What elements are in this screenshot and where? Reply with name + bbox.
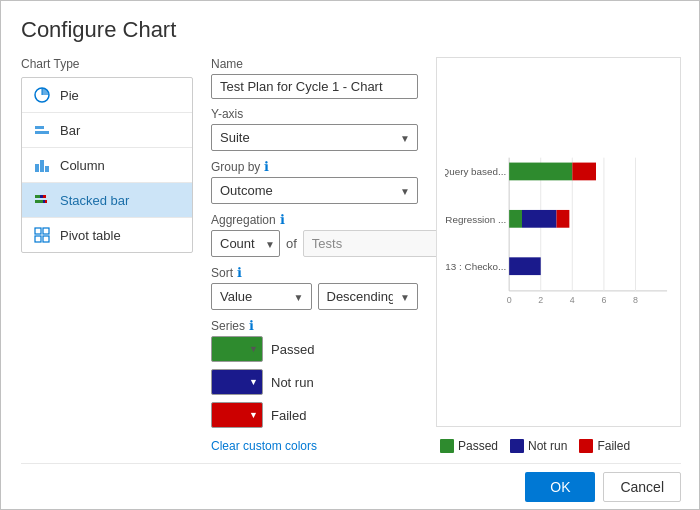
chart-type-pie[interactable]: Pie [22,78,192,113]
svg-text:6: 6 [601,295,606,305]
pivot-label: Pivot table [60,228,121,243]
sort-dir-wrapper: Descending ▼ [318,283,419,310]
pie-label: Pie [60,88,79,103]
sort-direction-select[interactable]: Descending [318,283,419,310]
legend-not-run: Not run [510,439,567,453]
svg-text:Query based...: Query based... [445,166,506,177]
series-info-icon[interactable]: ℹ [249,318,254,333]
stacked-bar-label: Stacked bar [60,193,129,208]
sort-value-wrapper: Value ▼ [211,283,312,310]
name-input[interactable] [211,74,418,99]
svg-rect-13 [35,228,41,234]
svg-rect-36 [509,257,541,275]
chart-legend: Passed Not run Failed [436,439,681,453]
sort-label: Sort ℹ [211,265,418,280]
chart-type-label: Chart Type [21,57,193,71]
config-fields-panel: Name Y-axis Suite ▼ Group by ℹ Outcome [193,57,436,453]
chart-type-panel: Chart Type Pie [21,57,193,453]
series-label: Series ℹ [211,318,418,333]
clear-colors-link[interactable]: Clear custom colors [211,439,317,453]
legend-failed-label: Failed [597,439,630,453]
name-label: Name [211,57,418,71]
series-item-not-run: ▼ Not run [211,369,418,395]
series-failed-label: Failed [271,408,306,423]
chart-type-bar[interactable]: Bar [22,113,192,148]
chart-svg: Query based... Regression ... 13 : Check… [445,68,672,420]
series-item-passed: ▼ Passed [211,336,418,362]
svg-rect-10 [35,200,43,203]
svg-rect-16 [43,236,49,242]
groupby-label: Group by ℹ [211,159,418,174]
svg-text:Regression ...: Regression ... [445,214,506,225]
aggregation-label: Aggregation ℹ [211,212,418,227]
dialog-title: Configure Chart [21,17,681,43]
stacked-bar-icon [32,190,52,210]
series-failed-chevron-icon: ▼ [249,410,258,420]
svg-rect-9 [43,195,46,198]
sort-info-icon[interactable]: ℹ [237,265,242,280]
svg-rect-14 [43,228,49,234]
groupby-info-icon[interactable]: ℹ [264,159,269,174]
svg-rect-32 [572,163,596,181]
svg-rect-12 [45,200,47,203]
svg-rect-8 [40,195,43,198]
column-icon [32,155,52,175]
sort-value-select[interactable]: Value [211,283,312,310]
chart-preview: Query based... Regression ... 13 : Check… [436,57,681,427]
column-label: Column [60,158,105,173]
svg-rect-33 [509,210,522,228]
series-section: Series ℹ ▼ Passed ▼ Not run [211,318,418,453]
svg-text:13 : Checko...: 13 : Checko... [445,261,506,272]
svg-rect-15 [35,236,41,242]
aggregation-select-wrapper: Count ▼ [211,230,280,257]
configure-chart-dialog: Configure Chart Chart Type Pie [1,1,700,510]
of-label: of [286,236,297,251]
series-passed-label: Passed [271,342,314,357]
legend-failed-swatch [579,439,593,453]
svg-rect-31 [509,163,572,181]
yaxis-select-wrapper: Suite ▼ [211,124,418,151]
cancel-button[interactable]: Cancel [603,472,681,502]
chart-type-column[interactable]: Column [22,148,192,183]
svg-text:0: 0 [507,295,512,305]
groupby-select[interactable]: Outcome [211,177,418,204]
series-passed-chevron-icon: ▼ [249,344,258,354]
legend-notrun-swatch [510,439,524,453]
legend-failed: Failed [579,439,630,453]
svg-rect-4 [35,164,39,172]
svg-rect-11 [43,200,45,203]
svg-rect-5 [40,160,44,172]
aggregation-select[interactable]: Count [211,230,280,257]
svg-rect-3 [35,126,44,129]
chart-type-stacked-bar[interactable]: Stacked bar [22,183,192,218]
series-color-passed-button[interactable]: ▼ [211,336,263,362]
yaxis-select[interactable]: Suite [211,124,418,151]
aggregation-info-icon[interactable]: ℹ [280,212,285,227]
aggregation-row: Count ▼ of [211,230,418,257]
chart-type-pivot[interactable]: Pivot table [22,218,192,252]
groupby-select-wrapper: Outcome ▼ [211,177,418,204]
series-notrun-label: Not run [271,375,314,390]
series-item-failed: ▼ Failed [211,402,418,428]
chart-preview-panel: Query based... Regression ... 13 : Check… [436,57,681,453]
chart-type-list: Pie Bar [21,77,193,253]
legend-notrun-label: Not run [528,439,567,453]
series-color-failed-button[interactable]: ▼ [211,402,263,428]
dialog-footer: OK Cancel [21,463,681,502]
svg-rect-34 [522,210,557,228]
pie-icon [32,85,52,105]
svg-text:4: 4 [570,295,575,305]
series-notrun-chevron-icon: ▼ [249,377,258,387]
legend-passed-label: Passed [458,439,498,453]
svg-text:2: 2 [538,295,543,305]
svg-rect-7 [35,195,40,198]
svg-rect-35 [557,210,570,228]
series-color-notrun-button[interactable]: ▼ [211,369,263,395]
pivot-icon [32,225,52,245]
legend-passed: Passed [440,439,498,453]
dialog-body: Chart Type Pie [21,57,681,453]
legend-passed-swatch [440,439,454,453]
ok-button[interactable]: OK [525,472,595,502]
svg-rect-2 [35,131,49,134]
bar-label: Bar [60,123,80,138]
